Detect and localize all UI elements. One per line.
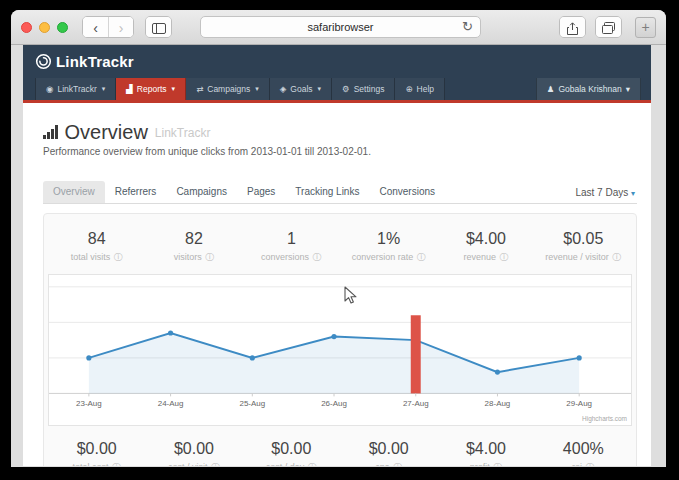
nav-item-linktrackr[interactable]: ◉ LinkTrackr ▾ (35, 78, 116, 100)
traffic-lights (21, 22, 68, 33)
info-icon[interactable]: ⓘ (586, 462, 595, 466)
sidebar-toggle-button[interactable] (146, 17, 171, 38)
stats-row-top: 84 total visits ⓘ 82 visitors ⓘ 1 conver… (48, 218, 632, 274)
tab-pages[interactable]: Pages (237, 181, 285, 203)
chevron-down-icon: ▾ (172, 85, 176, 93)
wrench-icon: ⚙ (342, 84, 350, 94)
stat-revenue: $4.00 revenue ⓘ (437, 218, 534, 274)
user-icon: ♟ (547, 84, 555, 94)
new-tab-button[interactable]: + (635, 17, 656, 38)
nav-item-settings[interactable]: ⚙ Settings (332, 78, 395, 100)
nav-item-help[interactable]: ⊕ Help (395, 78, 445, 100)
url-text: safaribrowser (307, 21, 373, 33)
tab-referrers[interactable]: Referrers (105, 181, 167, 203)
info-icon[interactable]: ⓘ (112, 462, 121, 466)
brand-name: LinkTrackr (56, 53, 134, 70)
info-icon[interactable]: ⓘ (211, 462, 220, 466)
title-row: Overview LinkTrackr (43, 122, 637, 142)
info-icon[interactable]: ⓘ (205, 252, 214, 262)
address-bar[interactable]: safaribrowser ↻ (200, 16, 481, 38)
page-subtitle: Performance overview from unique clicks … (43, 146, 637, 157)
sidebar-icon (152, 23, 166, 34)
tab-campaigns[interactable]: Campaigns (166, 181, 237, 203)
screenshot-stage: ‹ › safaribrowser ↻ (0, 0, 679, 480)
main-nav: ◉ LinkTrackr ▾ ▟ Reports ▾ ⇄ Campaigns ▾… (23, 78, 651, 100)
report-tabs: Overview Referrers Campaigns Pages Track… (43, 181, 637, 204)
page-title: Overview (65, 122, 148, 142)
diamond-icon: ◈ (280, 84, 287, 94)
info-icon[interactable]: ⓘ (612, 252, 621, 262)
stat-conversion-rate: 1% conversion rate ⓘ (340, 218, 437, 274)
reload-icon[interactable]: ↻ (462, 19, 473, 34)
history-nav-group: ‹ › (82, 16, 134, 38)
info-icon[interactable]: ⓘ (114, 252, 123, 262)
close-window-button[interactable] (21, 22, 32, 33)
stat-revenue-per-visitor: $0.05 revenue / visitor ⓘ (535, 218, 632, 274)
stat-total-cost: $0.00 total cost ⓘ (48, 426, 145, 466)
user-menu[interactable]: ♟ Gobala Krishnan ▾ (536, 78, 641, 100)
site-header: LinkTrackr (23, 45, 651, 78)
stat-total-visits: 84 total visits ⓘ (48, 218, 145, 274)
accent-rule (23, 100, 651, 103)
svg-text:25-Aug: 25-Aug (239, 399, 265, 408)
nav-item-campaigns[interactable]: ⇄ Campaigns ▾ (186, 78, 270, 100)
chevron-down-icon: ▾ (631, 189, 635, 198)
chevron-down-icon: ▾ (255, 85, 259, 93)
web-page: LinkTrackr ◉ LinkTrackr ▾ ▟ Reports ▾ ⇄ … (23, 45, 651, 466)
stat-cpa: $0.00 cpa ⓘ (340, 426, 437, 466)
svg-text:26-Aug: 26-Aug (321, 399, 347, 408)
linktrackr-logo-icon (35, 53, 52, 70)
brand[interactable]: LinkTrackr (35, 53, 134, 70)
share-icon (567, 22, 578, 35)
help-icon: ⊕ (405, 84, 412, 94)
info-icon[interactable]: ⓘ (500, 252, 509, 262)
svg-text:28-Aug: 28-Aug (485, 399, 511, 408)
tab-tracking-links[interactable]: Tracking Links (285, 181, 369, 203)
stat-visitors: 82 visitors ⓘ (145, 218, 242, 274)
chevron-down-icon: ▾ (102, 85, 106, 93)
chevron-down-icon: ▾ (318, 85, 322, 93)
stat-roi: 400% roi ⓘ (535, 426, 632, 466)
stat-cost-per-day: $0.00 cost / day ⓘ (243, 426, 340, 466)
show-tabs-button[interactable] (596, 17, 621, 38)
svg-text:Highcharts.com: Highcharts.com (582, 415, 627, 423)
browser-window: ‹ › safaribrowser ↻ (11, 10, 666, 467)
svg-text:24-Aug: 24-Aug (158, 399, 184, 408)
bar-chart-icon: ▟ (126, 84, 133, 94)
tab-conversions[interactable]: Conversions (369, 181, 445, 203)
stat-profit: $4.00 profit ⓘ (437, 426, 534, 466)
shuffle-icon: ⇄ (196, 84, 203, 94)
signal-bars-icon (43, 125, 58, 142)
info-icon[interactable]: ⓘ (313, 252, 322, 262)
page-title-suffix: LinkTrackr (155, 126, 211, 142)
globe-icon: ◉ (46, 84, 53, 94)
minimize-window-button[interactable] (39, 22, 50, 33)
back-button[interactable]: ‹ (83, 17, 108, 38)
svg-text:29-Aug: 29-Aug (566, 399, 592, 408)
svg-text:23-Aug: 23-Aug (76, 399, 102, 408)
tab-overview[interactable]: Overview (43, 181, 105, 203)
zoom-window-button[interactable] (57, 22, 68, 33)
chevron-down-icon: ▾ (626, 84, 630, 94)
stats-row-bottom: $0.00 total cost ⓘ $0.00 cost / visit ⓘ … (48, 426, 632, 466)
nav-item-reports[interactable]: ▟ Reports ▾ (116, 78, 186, 100)
svg-text:27-Aug: 27-Aug (403, 399, 429, 408)
tabs-icon (602, 22, 615, 34)
info-icon[interactable]: ⓘ (493, 462, 502, 466)
info-icon[interactable]: ⓘ (417, 252, 426, 262)
sidebar-toggle-group (145, 16, 172, 38)
browser-toolbar: ‹ › safaribrowser ↻ (11, 10, 666, 45)
forward-button[interactable]: › (108, 17, 133, 38)
info-icon[interactable]: ⓘ (308, 462, 317, 466)
date-range-select[interactable]: Last 7 Days ▾ (575, 187, 637, 198)
page-content: Overview LinkTrackr Performance overview… (23, 122, 651, 466)
nav-item-goals[interactable]: ◈ Goals ▾ (270, 78, 332, 100)
share-button[interactable] (560, 17, 585, 38)
nav-spacer (445, 78, 536, 100)
stat-conversions: 1 conversions ⓘ (243, 218, 340, 274)
overview-panel: 84 total visits ⓘ 82 visitors ⓘ 1 conver… (43, 213, 637, 466)
visits-chart[interactable]: 23-Aug24-Aug25-Aug26-Aug27-Aug28-Aug29-A… (48, 274, 632, 426)
line-chart-svg: 23-Aug24-Aug25-Aug26-Aug27-Aug28-Aug29-A… (49, 275, 631, 425)
info-icon[interactable]: ⓘ (393, 462, 402, 466)
toolbar-right-buttons: + (559, 16, 656, 38)
